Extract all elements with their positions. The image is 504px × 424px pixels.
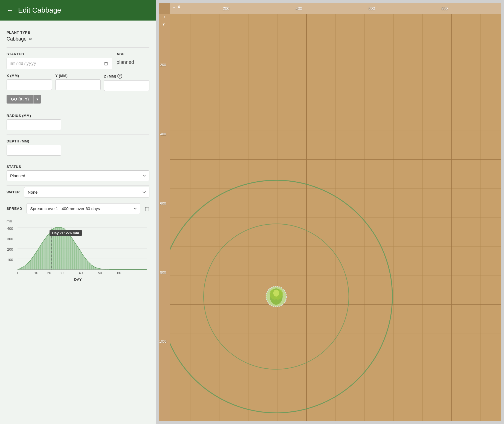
spread-label: SPREAD	[7, 207, 22, 211]
plant-type-value[interactable]: Cabbage	[7, 36, 27, 42]
radius-label: RADIUS (MM)	[7, 114, 149, 118]
chart-x-axis-label: DAY	[7, 277, 149, 282]
divider-5	[7, 185, 149, 186]
svg-text:1: 1	[17, 271, 19, 275]
water-row: WATER None Low Medium High	[7, 187, 149, 197]
right-panel: → X 200 400 600 800 → Y 200 400 600 800 …	[156, 0, 504, 424]
garden-grid-svg	[170, 14, 501, 421]
z-input[interactable]: 0	[104, 80, 149, 91]
spread-select[interactable]: Spread curve 1 - 400mm over 60 days Spre…	[27, 203, 140, 214]
z-group: Z (MM) ? 0	[104, 69, 149, 91]
ruler-left: → Y 200 400 600 800 1000	[159, 14, 170, 421]
y-axis-label: Y	[162, 22, 165, 26]
z-label-row: Z (MM) ?	[104, 74, 149, 79]
svg-point-73	[50, 230, 53, 232]
svg-text:200: 200	[7, 247, 13, 251]
ruler-left-600: 600	[160, 201, 166, 205]
ruler-left-400: 400	[160, 132, 166, 136]
svg-text:60: 60	[117, 271, 121, 275]
xyz-row: X (MM) 330 Y (MM) 810 Z (MM) ? 0	[7, 69, 149, 91]
garden-grid	[170, 14, 501, 421]
plant-type-row: Cabbage ✏	[7, 36, 149, 42]
ruler-left-800: 800	[160, 270, 166, 274]
svg-text:10: 10	[34, 271, 38, 275]
y-input[interactable]: 810	[55, 79, 101, 90]
ruler-left-1000: 1000	[159, 340, 167, 343]
svg-text:40: 40	[79, 271, 83, 275]
y-label: Y (MM)	[55, 74, 101, 78]
svg-text:300: 300	[7, 237, 13, 241]
x-input[interactable]: 330	[7, 79, 52, 90]
svg-text:30: 30	[60, 271, 64, 275]
started-label: STARTED	[7, 52, 112, 56]
page-title: Edit Cabbage	[18, 6, 61, 15]
status-select[interactable]: Planned Active Harvested	[7, 170, 149, 181]
water-select[interactable]: None Low Medium High	[24, 187, 149, 197]
z-help-icon[interactable]: ?	[117, 74, 122, 79]
age-label: AGE	[117, 52, 149, 56]
ruler-left-200: 200	[160, 63, 166, 67]
back-button[interactable]: ←	[7, 6, 14, 15]
z-label: Z (MM)	[104, 74, 116, 78]
spread-external-link-icon[interactable]: ⬚	[145, 206, 149, 212]
svg-text:100: 100	[7, 258, 13, 262]
divider-6	[7, 202, 149, 202]
divider-2	[7, 109, 149, 109]
age-value: planned	[117, 59, 149, 65]
water-label: WATER	[7, 190, 20, 194]
svg-text:400: 400	[7, 227, 13, 231]
started-age-row: STARTED AGE planned	[7, 48, 149, 69]
corner-piece	[159, 3, 170, 14]
radius-input[interactable]: 25	[7, 119, 61, 130]
garden-canvas: → X 200 400 600 800 → Y 200 400 600 800 …	[159, 3, 501, 421]
x-axis-arrow: →	[172, 5, 176, 10]
go-btn-group: GO (X, Y) ▾	[7, 95, 149, 104]
y-group: Y (MM) 810	[55, 69, 101, 90]
age-group: AGE planned	[117, 48, 149, 65]
x-label: X (MM)	[7, 74, 52, 78]
y-axis-arrow: →	[162, 15, 167, 19]
depth-input[interactable]: 5	[7, 145, 61, 156]
ruler-top: → X 200 400 600 800	[170, 3, 501, 14]
chart-svg: 400 300 200 100	[7, 222, 149, 276]
svg-text:50: 50	[98, 271, 102, 275]
header: ← Edit Cabbage	[0, 0, 156, 21]
svg-point-116	[273, 290, 279, 296]
go-button[interactable]: GO (X, Y)	[7, 95, 33, 104]
started-group: STARTED	[7, 48, 112, 69]
spread-row: SPREAD Spread curve 1 - 400mm over 60 da…	[7, 203, 149, 214]
water-select-wrap: None Low Medium High	[24, 187, 149, 197]
left-panel: ← Edit Cabbage PLANT TYPE Cabbage ✏ STAR…	[0, 0, 156, 424]
svg-text:20: 20	[47, 271, 51, 275]
ruler-tick-400: 400	[296, 6, 302, 11]
chart-inner: Day 21: 276 mm 400 300 200 100	[7, 222, 149, 276]
plant-type-label: PLANT TYPE	[7, 30, 149, 35]
ruler-tick-200: 200	[223, 6, 229, 11]
edit-plant-type-icon[interactable]: ✏	[29, 36, 32, 42]
ruler-tick-600: 600	[369, 6, 375, 11]
divider-3	[7, 134, 149, 135]
status-label: STATUS	[7, 165, 149, 169]
started-input[interactable]	[7, 58, 112, 69]
x-group: X (MM) 330	[7, 69, 52, 90]
ruler-tick-800: 800	[441, 6, 448, 11]
x-axis-label: X	[178, 4, 180, 9]
divider-4	[7, 160, 149, 160]
form-body: PLANT TYPE Cabbage ✏ STARTED AGE planned…	[0, 21, 156, 289]
go-dropdown-button[interactable]: ▾	[33, 95, 41, 104]
spread-select-wrap: Spread curve 1 - 400mm over 60 days Spre…	[27, 203, 140, 214]
depth-label: DEPTH (MM)	[7, 139, 149, 143]
chart-container: mm Day 21: 276 mm 400 300 200 100	[7, 219, 149, 284]
